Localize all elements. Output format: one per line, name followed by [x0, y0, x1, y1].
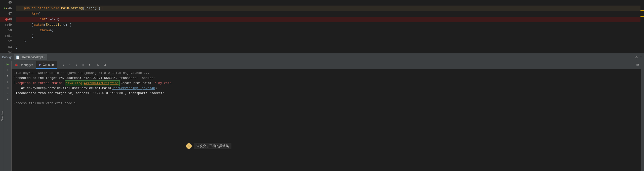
left-tools-panel: Structure Favorites: [0, 61, 4, 171]
tab-debugger[interactable]: 🐞 Debugger: [12, 61, 36, 69]
type-string: String: [71, 6, 83, 11]
stack-trace-link[interactable]: UserServiceImpl.java:48: [112, 86, 155, 91]
console-tab-icon: ▶: [39, 63, 41, 66]
line-number-48: 48: [8, 17, 12, 22]
code-line-46: public static void main ( String [] args…: [16, 6, 640, 11]
step-out-icon[interactable]: ↥: [7, 80, 9, 84]
settings-icon[interactable]: ⚙: [635, 55, 637, 59]
number-1: 1: [52, 17, 54, 22]
code-line-45: [16, 0, 640, 6]
keyword-try: try: [32, 11, 38, 17]
scrollbar-marker-2: [640, 16, 644, 17]
close-tab-icon[interactable]: ×: [44, 56, 45, 59]
grid2-btn[interactable]: ⊞: [102, 62, 108, 68]
editor-scrollbar[interactable]: [640, 0, 644, 53]
up-frame-icon[interactable]: ⬆: [7, 97, 9, 102]
download-btn[interactable]: ↧: [80, 62, 86, 68]
debug-tab-label: UserServiceImpl: [21, 55, 43, 59]
gutter-line-52: 52: [0, 39, 12, 44]
type-exception: Exception: [46, 22, 63, 28]
tab-debugger-label: Debugger: [20, 63, 33, 67]
debug-bar-right: ⚙ −: [635, 55, 642, 60]
line-number-53: 53: [8, 44, 12, 50]
code-editor[interactable]: public static void main ( String [] args…: [14, 0, 640, 53]
console-toolbar: ≡ ↑ ↓ ↧ ↥ ⊡ ⊞: [59, 61, 109, 69]
file-icon: 📄: [16, 55, 20, 59]
output-line-2: Connected to the target VM, address: '12…: [14, 76, 639, 81]
code-line-50: throw e;: [16, 28, 640, 33]
code-line-47: try {: [16, 11, 640, 17]
scrollbar-marker-1: [640, 10, 644, 11]
toolbar-side: ▶ ↓ ↧ ↥ ⏸ ≡ ⬆: [4, 61, 12, 171]
method-main: main: [61, 6, 69, 11]
resume-icon[interactable]: ▶: [7, 62, 9, 66]
keyword-int: int: [40, 17, 46, 22]
gutter-line-45: 45: [0, 0, 12, 6]
debug-bar: Debug: 📄 UserServiceImpl × ⚙ −: [0, 53, 644, 61]
gutter-line-49: 49: [0, 22, 12, 28]
keyword-catch: catch: [34, 22, 44, 28]
bottom-panel: Structure Favorites ▶ ↓ ↧ ↥ ⏸ ≡ ⬆ 🐞 Debu…: [0, 61, 644, 171]
code-line-54: [16, 50, 640, 53]
console-scrollbar[interactable]: [641, 61, 644, 171]
step-over-icon[interactable]: ↓: [7, 68, 9, 72]
gutter-line-47: 47: [0, 11, 12, 17]
minimize-icon[interactable]: −: [639, 55, 642, 60]
output-line-5: Disconnected from the target VM, address…: [14, 91, 639, 96]
evaluate-icon[interactable]: ≡: [7, 92, 9, 95]
keyword-void: void: [51, 6, 59, 11]
toolbar-sep-1: [94, 63, 94, 67]
breakpoint-hollow-49: [5, 24, 8, 26]
debug-label: Debug:: [2, 55, 12, 59]
code-line-49: } catch ( Exception e) {: [16, 22, 640, 28]
keyword-public: public: [24, 6, 36, 11]
debugger-tab-icon: 🐞: [15, 63, 18, 67]
debug-tab-userserviceimpl[interactable]: 📄 UserServiceImpl ×: [14, 54, 47, 60]
gutter-line-46: ▶ ▶ 46: [0, 6, 12, 11]
line-number-54: 54: [8, 50, 12, 55]
code-line-53: }: [16, 44, 640, 50]
line-number-51: 51: [8, 33, 12, 39]
scroll-down-btn[interactable]: ↓: [74, 62, 79, 68]
output-line-4: at cn.zysheep.service.impl.UserServiceIm…: [14, 86, 639, 91]
exception-prefix: Exception in thread "main": [14, 81, 65, 86]
line-number-47: 47: [8, 11, 12, 17]
keyword-throw: throw: [40, 28, 50, 33]
line-number-50: 50: [8, 28, 12, 33]
line-number-46: 46: [8, 6, 12, 11]
line-numbers-gutter: 45 ▶ ▶ 46 47 48 49 50 51 52 53: [0, 0, 14, 53]
run-cursor-icon: ▶: [6, 6, 8, 11]
cursor-indicator: |: [101, 6, 103, 11]
callout-tooltip: 1 未改变，正确的异常类: [186, 143, 231, 149]
output-line-7: Process finished with exit code 1: [14, 101, 639, 106]
debug-run-icon: ▶: [4, 6, 6, 11]
output-line-6: [14, 96, 639, 101]
gutter-line-50: 50: [0, 28, 12, 33]
pause-icon[interactable]: ⏸: [6, 86, 10, 90]
code-line-51: }: [16, 33, 640, 39]
tab-console[interactable]: ▶ Console: [36, 61, 57, 69]
code-line-52: }: [16, 39, 640, 44]
console-output[interactable]: D:\study\software\public_app\java_app\jd…: [12, 69, 641, 171]
line-number-49: 49: [8, 22, 12, 28]
restore-panel-icon[interactable]: ⧉: [636, 63, 639, 67]
keyword-static: static: [38, 6, 50, 11]
console-main: 🐞 Debugger ▶ Console ≡ ↑ ↓ ↧ ↥ ⊡ ⊞ ⧉: [12, 61, 641, 171]
create-breakpoint-btn[interactable]: Create breakpoint: [120, 81, 152, 86]
exception-class-highlight[interactable]: java.lang.ArithmeticException: [65, 80, 120, 86]
grid-btn[interactable]: ⊡: [96, 62, 101, 68]
upload-btn[interactable]: ↥: [87, 62, 92, 68]
structure-tool[interactable]: Structure: [1, 111, 4, 121]
step-into-icon[interactable]: ↧: [7, 74, 9, 78]
breakpoint-hollow-51: [5, 35, 8, 37]
scroll-up-btn[interactable]: ↑: [67, 62, 73, 68]
gutter-line-51: 51: [0, 33, 12, 39]
gutter-line-48: 48: [0, 17, 12, 22]
line-number-52: 52: [8, 39, 12, 44]
exception-suffix: / by zero: [153, 81, 172, 86]
gutter-line-53: 53: [0, 44, 12, 50]
menu-btn[interactable]: ≡: [61, 62, 66, 68]
gutter-line-54: 54: [0, 50, 12, 55]
tabs-row: 🐞 Debugger ▶ Console ≡ ↑ ↓ ↧ ↥ ⊡ ⊞ ⧉: [12, 61, 641, 69]
line-number-45: 45: [8, 0, 12, 6]
